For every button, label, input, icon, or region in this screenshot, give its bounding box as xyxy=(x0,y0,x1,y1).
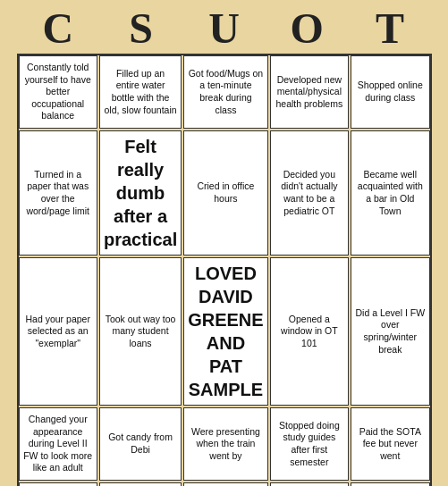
bingo-cell-5[interactable]: Turned in a paper that was over the word… xyxy=(19,130,97,256)
bingo-cell-0[interactable]: Constantly told yourself to have better … xyxy=(19,55,97,129)
bingo-cell-23[interactable]: Avoided the rest of CSU campus completel… xyxy=(270,482,349,486)
bingo-cell-8[interactable]: Decided you didn't actually want to be a… xyxy=(270,130,349,256)
bingo-cell-20[interactable]: Used the COPM on assignments every chanc… xyxy=(19,482,97,486)
bingo-cell-22[interactable]: Just didn't show up to class one day xyxy=(183,482,267,486)
bingo-cell-7[interactable]: Cried in office hours xyxy=(183,130,267,256)
bingo-cell-6[interactable]: Felt really dumb after a practical xyxy=(99,130,182,256)
bingo-cell-16[interactable]: Got candy from Debi xyxy=(99,407,182,481)
bingo-cell-17[interactable]: Were presenting when the train went by xyxy=(183,407,267,481)
bingo-card: CSUOT Constantly told yourself to have b… xyxy=(10,0,439,486)
header-letter-t: T xyxy=(351,7,429,50)
bingo-cell-19[interactable]: Paid the SOTA fee but never went xyxy=(351,407,429,481)
bingo-cell-14[interactable]: Did a Level I FW over spring/winter brea… xyxy=(351,257,429,406)
bingo-cell-24[interactable]: Never used the Skill-OT Model after Barb… xyxy=(351,482,429,486)
bingo-cell-11[interactable]: Took out way too many student loans xyxy=(99,257,182,406)
bingo-cell-1[interactable]: Filled up an entire water bottle with th… xyxy=(99,55,182,129)
bingo-grid: Constantly told yourself to have better … xyxy=(17,54,432,486)
bingo-cell-2[interactable]: Got food/Mugs on a ten-minute break duri… xyxy=(183,55,267,129)
bingo-cell-12[interactable]: LOVED DAVID GREENE AND PAT SAMPLE xyxy=(183,257,267,406)
bingo-cell-21[interactable]: Had a fieldwork canceled xyxy=(99,482,182,486)
bingo-cell-18[interactable]: Stopped doing study guides after first s… xyxy=(270,407,349,481)
bingo-cell-10[interactable]: Had your paper selected as an "exemplar" xyxy=(19,257,97,406)
bingo-cell-15[interactable]: Changed your appearance during Level II … xyxy=(19,407,97,481)
bingo-cell-3[interactable]: Developed new mental/physical health pro… xyxy=(270,55,349,129)
header-letter-o: O xyxy=(267,7,346,50)
bingo-header: CSUOT xyxy=(17,7,432,50)
header-letter-u: U xyxy=(184,7,263,50)
bingo-cell-4[interactable]: Shopped online during class xyxy=(351,55,429,129)
header-letter-c: C xyxy=(19,7,97,50)
header-letter-s: S xyxy=(102,7,181,50)
bingo-cell-9[interactable]: Became well acquainted with a bar in Old… xyxy=(351,130,429,256)
bingo-cell-13[interactable]: Opened a window in OT 101 xyxy=(270,257,349,406)
